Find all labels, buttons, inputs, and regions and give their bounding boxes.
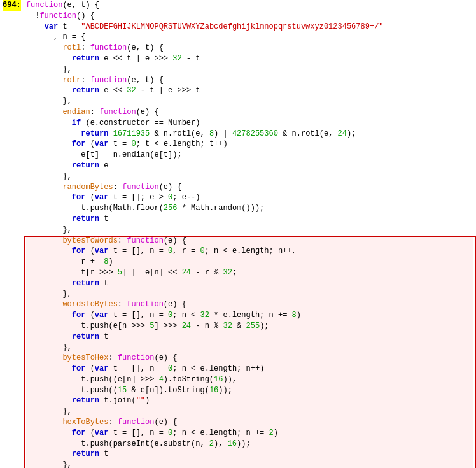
code-line-43: return t: [26, 449, 473, 460]
code-line-27: return t: [26, 278, 473, 289]
line-number-blank: [3, 278, 21, 289]
code-line-10: },: [26, 96, 473, 107]
line-number-blank: [3, 364, 21, 374]
line-number-blank: [3, 160, 21, 171]
code-line-36: t.push((e[n] >>> 4).toString(16)),: [26, 374, 473, 385]
code-line-31: t.push(e[n >>> 5] >>> 24 - n % 32 & 255)…: [26, 321, 473, 332]
code-editor: 694:: [0, 0, 476, 468]
line-number-694: 694:: [3, 0, 21, 11]
code-line-14: for (var t = 0; t < e.length; t++): [26, 139, 473, 150]
line-number-blank: [3, 449, 21, 460]
line-number-blank: [3, 417, 21, 428]
line-number-blank: [3, 11, 21, 22]
code-line-22: },: [26, 225, 473, 236]
code-line-12: if (e.constructor == Number): [26, 118, 473, 129]
code-line-4: , n = {: [26, 32, 473, 43]
code-line-2: !function() {: [26, 11, 473, 22]
code-line-15: e[t] = n.endian(e[t]);: [26, 150, 473, 160]
line-number-blank: [3, 171, 21, 182]
code-line-19: for (var t = []; e > 0; e--): [26, 192, 473, 203]
code-line-17: },: [26, 171, 473, 182]
code-line-11: endian: function(e) {: [26, 107, 473, 118]
line-number-blank: [3, 203, 21, 214]
line-number-blank: [3, 150, 21, 160]
line-number-blank: [3, 225, 21, 236]
line-number-blank: [3, 353, 21, 364]
code-line-16: return e: [26, 160, 473, 171]
line-number-blank: [3, 406, 21, 417]
line-number-blank: [3, 343, 21, 353]
code-line-30: for (var t = [], n = 0; n < 32 * e.lengt…: [26, 310, 473, 321]
code-line-40: hexToBytes: function(e) {: [26, 417, 473, 428]
line-number-blank: [3, 395, 21, 406]
line-number-blank: [3, 139, 21, 150]
line-number-gutter: 694:: [0, 0, 24, 468]
line-number-blank: [3, 385, 21, 396]
line-number-blank: [3, 439, 21, 450]
line-number-blank: [3, 182, 21, 193]
code-line-6: return e << t | e >>> 32 - t: [26, 53, 473, 64]
code-line-33: },: [26, 343, 473, 353]
line-number-blank: [3, 75, 21, 86]
code-line-28: },: [26, 289, 473, 300]
line-number-blank: [3, 22, 21, 32]
line-number-blank: [3, 246, 21, 257]
line-number-blank: [3, 236, 21, 246]
line-number-blank: [3, 118, 21, 129]
line-number-blank: [3, 107, 21, 118]
line-number-blank: [3, 460, 21, 468]
line-number-blank: [3, 96, 21, 107]
code-line-44: },: [26, 460, 473, 468]
code-line-1: function(e, t) {: [26, 0, 473, 11]
code-line-26: t[r >>> 5] |= e[n] << 24 - r % 32;: [26, 267, 473, 278]
line-number-blank: [3, 299, 21, 310]
code-line-3: var t = "ABCDEFGHIJKLMNOPQRSTUVWXYZabcde…: [26, 22, 473, 32]
code-line-5: rotl: function(e, t) {: [26, 43, 473, 53]
line-number-blank: [3, 129, 21, 139]
code-line-24: for (var t = [], n = 0, r = 0; n < e.len…: [26, 246, 473, 257]
code-line-7: },: [26, 64, 473, 75]
code-line-37: t.push((15 & e[n]).toString(16));: [26, 385, 473, 396]
code-line-32: return t: [26, 332, 473, 343]
line-number-blank: [3, 257, 21, 267]
code-line-39: },: [26, 406, 473, 417]
code-line-25: r += 8): [26, 257, 473, 267]
code-line-35: for (var t = [], n = 0; n < e.length; n+…: [26, 364, 473, 374]
code-line-23: bytesToWords: function(e) {: [26, 236, 473, 246]
line-number-blank: [3, 192, 21, 203]
code-line-13: return 16711935 & n.rotl(e, 8) | 4278255…: [26, 129, 473, 139]
code-line-29: wordsToBytes: function(e) {: [26, 299, 473, 310]
line-number-blank: [3, 32, 21, 43]
code-line-18: randomBytes: function(e) {: [26, 182, 473, 193]
code-line-9: return e << 32 - t | e >>> t: [26, 85, 473, 96]
line-number-blank: [3, 332, 21, 343]
line-number-blank: [3, 289, 21, 300]
code-line-42: t.push(parseInt(e.substr(n, 2), 16));: [26, 439, 473, 450]
line-number-blank: [3, 214, 21, 225]
code-line-21: return t: [26, 214, 473, 225]
line-number-blank: [3, 310, 21, 321]
line-number-blank: [3, 43, 21, 53]
line-number-blank: [3, 428, 21, 439]
line-number-blank: [3, 64, 21, 75]
code-line-34: bytesToHex: function(e) {: [26, 353, 473, 364]
line-number-blank: [3, 321, 21, 332]
line-number-blank: [3, 53, 21, 64]
line-number-blank: [3, 267, 21, 278]
line-number-blank: [3, 374, 21, 385]
line-number-blank: [3, 85, 21, 96]
code-line-8: rotr: function(e, t) {: [26, 75, 473, 86]
code-line-41: for (var t = [], n = 0; n < e.length; n …: [26, 428, 473, 439]
code-line-20: t.push(Math.floor(256 * Math.random()));: [26, 203, 473, 214]
code-text-area[interactable]: function(e, t) { !function() { var t = "…: [24, 0, 476, 468]
code-line-38: return t.join(""): [26, 395, 473, 406]
